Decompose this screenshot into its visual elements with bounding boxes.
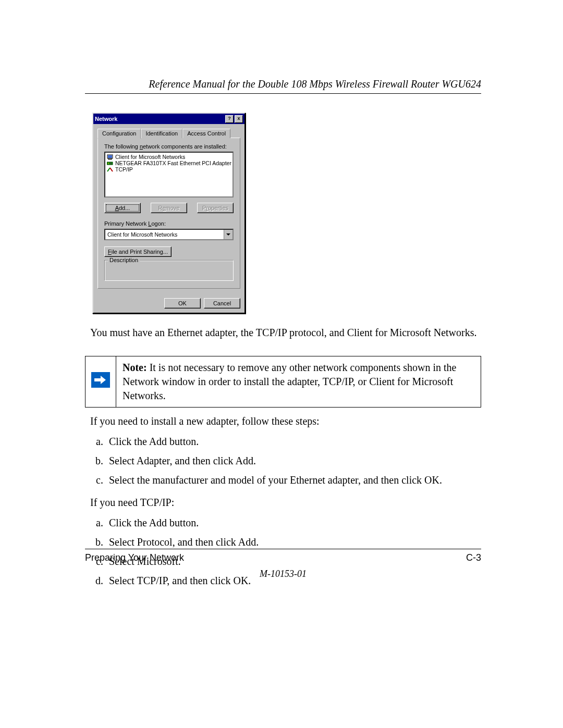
dialog-titlebar[interactable]: Network ? x bbox=[93, 114, 244, 124]
description-legend: Description bbox=[108, 257, 140, 263]
chevron-down-icon[interactable] bbox=[224, 230, 232, 239]
file-print-sharing-button[interactable]: File and Print Sharing... bbox=[104, 246, 172, 257]
note-body: It is not necessary to remove any other … bbox=[123, 362, 456, 401]
list-item[interactable]: TCP/IP bbox=[106, 166, 231, 172]
tabpanel-configuration: The following network components are ins… bbox=[97, 138, 240, 289]
svg-line-6 bbox=[107, 168, 110, 171]
footer-section: Preparing Your Network bbox=[85, 552, 184, 563]
dialog-tabs: Configuration Identification Access Cont… bbox=[97, 128, 240, 138]
network-dialog-figure: Network ? x Configuration Identification… bbox=[92, 113, 481, 314]
remove-button: Remove bbox=[151, 203, 187, 213]
list-item[interactable]: NETGEAR FA310TX Fast Ethernet PCI Adapte… bbox=[106, 160, 231, 166]
list-item-label: NETGEAR FA310TX Fast Ethernet PCI Adapte… bbox=[115, 160, 231, 166]
note-box: Note: It is not necessary to remove any … bbox=[85, 356, 481, 408]
note-icon-cell bbox=[85, 356, 116, 408]
svg-rect-5 bbox=[110, 163, 112, 164]
tab-identification[interactable]: Identification bbox=[141, 129, 182, 138]
properties-button: Properties bbox=[197, 203, 234, 213]
header-rule bbox=[85, 93, 481, 94]
adapter-icon bbox=[107, 161, 113, 166]
network-dialog: Network ? x Configuration Identification… bbox=[92, 113, 246, 314]
list-item-label: TCP/IP bbox=[115, 166, 133, 172]
dialog-bottom-buttons: OK Cancel bbox=[93, 294, 244, 313]
list-item-label: Client for Microsoft Networks bbox=[115, 154, 185, 160]
list-item: Select Protocol, and then click Add. bbox=[106, 535, 481, 550]
arrow-icon bbox=[91, 372, 110, 388]
running-header: Reference Manual for the Double 108 Mbps… bbox=[85, 78, 481, 90]
add-button[interactable]: Add... bbox=[104, 203, 141, 213]
list-item: Select the manufacturer and model of you… bbox=[106, 473, 481, 488]
list-item: Select Adapter, and then click Add. bbox=[106, 453, 481, 468]
footer-rule bbox=[85, 549, 481, 549]
tab-configuration[interactable]: Configuration bbox=[97, 129, 141, 139]
protocol-icon bbox=[107, 167, 113, 172]
components-installed-label: The following network components are ins… bbox=[104, 143, 234, 150]
close-icon[interactable]: x bbox=[235, 115, 243, 123]
svg-rect-2 bbox=[108, 158, 112, 159]
client-icon bbox=[107, 154, 113, 160]
dialog-body: Configuration Identification Access Cont… bbox=[93, 124, 244, 294]
adapter-steps-list: Click the Add button. Select Adapter, an… bbox=[90, 434, 481, 488]
svg-rect-1 bbox=[108, 155, 112, 158]
tab-access-control[interactable]: Access Control bbox=[182, 129, 230, 138]
cancel-button[interactable]: Cancel bbox=[204, 298, 240, 309]
svg-rect-4 bbox=[108, 163, 109, 164]
components-listbox[interactable]: Client for Microsoft Networks NETGEAR FA… bbox=[104, 152, 234, 198]
note-label: Note: bbox=[123, 362, 147, 373]
footer-page-number: C-3 bbox=[466, 552, 481, 563]
help-icon[interactable]: ? bbox=[225, 115, 234, 123]
list-item: Click the Add button. bbox=[106, 515, 481, 530]
page-footer: Preparing Your Network C-3 M-10153-01 bbox=[85, 549, 481, 579]
svg-line-7 bbox=[110, 168, 113, 171]
components-buttons: Add... Remove Properties bbox=[104, 203, 234, 213]
paragraph: If you need TCP/IP: bbox=[90, 495, 481, 510]
manual-page: Reference Manual for the Double 108 Mbps… bbox=[0, 0, 563, 728]
paragraph: If you need to install a new adapter, fo… bbox=[90, 414, 481, 429]
footer-doc-number: M-10153-01 bbox=[85, 569, 481, 579]
dialog-title-text: Network bbox=[95, 116, 224, 122]
note-text: Note: It is not necessary to remove any … bbox=[116, 356, 481, 408]
primary-logon-label: Primary Network Logon: bbox=[104, 220, 234, 227]
primary-logon-dropdown[interactable]: Client for Microsoft Networks bbox=[104, 229, 234, 240]
svg-rect-3 bbox=[107, 162, 113, 165]
paragraph: You must have an Ethernet adapter, the T… bbox=[90, 325, 481, 340]
list-item[interactable]: Client for Microsoft Networks bbox=[106, 154, 231, 160]
list-item: Click the Add button. bbox=[106, 434, 481, 449]
description-group: Description bbox=[104, 260, 234, 281]
primary-logon-value: Client for Microsoft Networks bbox=[105, 231, 224, 238]
ok-button[interactable]: OK bbox=[164, 298, 201, 309]
